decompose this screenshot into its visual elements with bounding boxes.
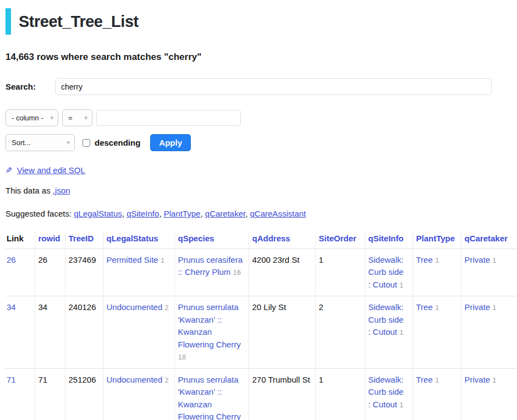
facet-count: 1 [492, 303, 496, 312]
data-as-line: This data as .json [6, 186, 517, 195]
view-edit-sql-link[interactable]: View and edit SQL [17, 165, 85, 175]
cell-qsiteinfo-link[interactable]: Sidewalk: Curb side : Cutout [369, 375, 404, 409]
chevron-down-icon: ▾ [50, 114, 53, 121]
filter-row: - column - ▾ = ▾ [6, 109, 517, 126]
pencil-icon: ✎ [6, 165, 13, 175]
operator-select[interactable]: = ▾ [62, 109, 92, 126]
accent-bar [6, 8, 11, 35]
cell-rowid: 71 [35, 368, 65, 420]
column-header-qaddress[interactable]: qAddress [249, 230, 315, 248]
cell-qspecies-link[interactable]: Prunus serrulata 'Kwanzan' :: Kwanzan Fl… [178, 375, 241, 420]
cell-planttype-link[interactable]: Tree [416, 302, 433, 312]
cell-qlegalstatus-link[interactable]: Undocumented [107, 375, 163, 384]
column-select-value: - column - [12, 114, 43, 122]
facet-count: 1 [399, 401, 403, 409]
suggested-facets: Suggested facets: qLegalStatus, qSiteInf… [6, 209, 517, 218]
facet-count: 18 [178, 353, 186, 361]
cell-qaddress: 4200 23rd St [249, 248, 315, 296]
facet-count: 1 [399, 328, 403, 336]
sql-line: ✎ View and edit SQL [6, 165, 517, 175]
facet-count: 1 [435, 303, 439, 312]
facet-link-qlegalstatus[interactable]: qLegalStatus [74, 209, 122, 218]
row-link[interactable]: 26 [7, 255, 16, 264]
json-link[interactable]: .json [53, 186, 70, 195]
page-header: Street_Tree_List [6, 8, 517, 35]
cell-treeid: 237469 [65, 248, 103, 296]
sort-row: Sort... ▾ descending Apply [6, 134, 517, 151]
sort-select[interactable]: Sort... ▾ [6, 134, 75, 151]
cell-rowid: 34 [35, 296, 65, 369]
cell-siteorder: 1 [315, 368, 365, 420]
column-header-siteorder[interactable]: SiteOrder [315, 230, 365, 248]
table-row: 34 34 240126 Undocumented 2 Prunus serru… [6, 296, 517, 369]
facet-count: 16 [233, 268, 241, 277]
page-title: Street_Tree_List [19, 13, 139, 31]
table-row: 26 26 237469 Permitted Site 1 Prunus cer… [6, 248, 517, 296]
column-select[interactable]: - column - ▾ [6, 109, 58, 126]
facet-count: 1 [161, 256, 164, 264]
descending-option: descending [82, 138, 140, 147]
apply-button[interactable]: Apply [150, 134, 191, 151]
column-header-qspecies[interactable]: qSpecies [174, 230, 249, 248]
table-row: 71 71 251206 Undocumented 2 Prunus serru… [6, 368, 517, 420]
facet-link-qsiteinfo[interactable]: qSiteInfo [127, 209, 159, 218]
cell-qaddress: 20 Lily St [249, 296, 315, 369]
column-header-qcaretaker[interactable]: qCaretaker [461, 230, 517, 248]
facet-count: 1 [492, 376, 496, 384]
column-header-planttype[interactable]: PlantType [413, 230, 461, 248]
cell-rowid: 26 [35, 248, 65, 296]
row-link[interactable]: 71 [7, 375, 16, 384]
sort-select-value: Sort... [12, 139, 31, 147]
filter-value-input[interactable] [96, 110, 241, 126]
facet-count: 2 [164, 303, 168, 312]
facet-count: 1 [492, 256, 496, 264]
row-link[interactable]: 34 [7, 302, 16, 312]
chevron-down-icon: ▾ [67, 139, 70, 146]
operator-select-value: = [68, 114, 73, 122]
cell-qcaretaker-link[interactable]: Private [465, 302, 491, 312]
table-header-row: Link rowid TreeID qLegalStatus qSpecies … [6, 230, 517, 248]
facet-count: 2 [164, 376, 168, 384]
column-header-treeid[interactable]: TreeID [65, 230, 103, 248]
cell-treeid: 240126 [65, 296, 103, 369]
results-table: Link rowid TreeID qLegalStatus qSpecies … [6, 230, 517, 420]
cell-qcaretaker-link[interactable]: Private [465, 255, 491, 264]
column-header-qsiteinfo[interactable]: qSiteInfo [365, 230, 413, 248]
column-header-qlegalstatus[interactable]: qLegalStatus [103, 230, 174, 248]
cell-qsiteinfo-link[interactable]: Sidewalk: Curb side : Cutout [369, 302, 404, 336]
cell-siteorder: 2 [315, 296, 365, 369]
column-header-rowid[interactable]: rowid [35, 230, 65, 248]
cell-qsiteinfo-link[interactable]: Sidewalk: Curb side : Cutout [369, 255, 404, 289]
cell-treeid: 251206 [65, 368, 103, 420]
descending-checkbox[interactable] [82, 139, 90, 147]
facet-count: 1 [399, 281, 403, 289]
search-row: Search: [6, 78, 517, 95]
cell-qspecies-link[interactable]: Prunus serrulata 'Kwanzan' :: Kwanzan Fl… [178, 302, 241, 349]
search-input[interactable] [55, 78, 492, 95]
search-label: Search: [6, 82, 55, 91]
data-as-prefix: This data as [6, 186, 53, 195]
row-count-summary: 14,663 rows where search matches "cherry… [6, 52, 517, 63]
column-header-link: Link [6, 230, 35, 248]
cell-qaddress: 270 Trumbull St [249, 368, 315, 420]
facet-link-planttype[interactable]: PlantType [164, 209, 201, 218]
facets-prefix: Suggested facets: [6, 209, 74, 218]
chevron-down-icon: ▾ [84, 114, 87, 121]
cell-qlegalstatus-link[interactable]: Permitted Site [107, 255, 158, 264]
facet-link-qcaretaker[interactable]: qCaretaker [205, 209, 245, 218]
cell-qcaretaker-link[interactable]: Private [465, 375, 491, 384]
cell-siteorder: 1 [315, 248, 365, 296]
cell-qlegalstatus-link[interactable]: Undocumented [107, 302, 163, 312]
facet-link-qcareassistant[interactable]: qCareAssistant [250, 209, 306, 218]
cell-planttype-link[interactable]: Tree [416, 255, 433, 264]
cell-planttype-link[interactable]: Tree [416, 375, 433, 384]
facet-count: 1 [435, 376, 439, 384]
facet-count: 1 [435, 256, 439, 264]
descending-label: descending [95, 138, 140, 147]
